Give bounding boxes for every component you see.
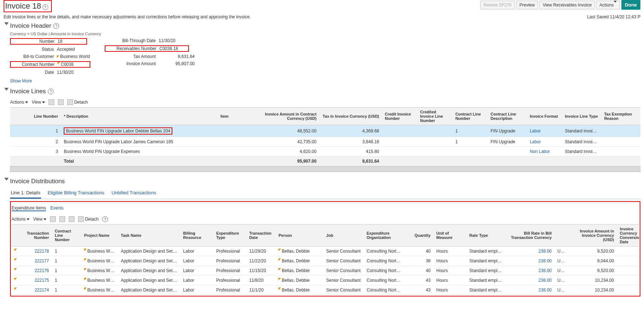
cell-rate[interactable]: 238.00 <box>507 276 555 285</box>
view-receivables-button[interactable]: View Receivables Invoice <box>539 1 595 9</box>
cell-rate[interactable]: 238.00 <box>507 285 555 295</box>
chevron-down-icon <box>27 218 30 220</box>
done-button[interactable]: Done <box>621 0 640 10</box>
cell-type: Standard invoic… <box>562 125 601 137</box>
col-line-number[interactable]: Line Number <box>26 108 61 125</box>
cell-org: Consulting Nort… <box>364 266 408 276</box>
cell-rate[interactable]: 238.00 <box>507 266 555 276</box>
cell-credited-line <box>417 147 453 157</box>
tab-unbilled[interactable]: Unbilled Transactions <box>111 188 157 199</box>
detach-button[interactable]: Detach <box>67 99 88 105</box>
col-transaction-date[interactable]: Transaction Date <box>246 225 276 247</box>
view-menu[interactable]: View <box>33 217 46 222</box>
contract-value[interactable]: C0038 <box>61 62 90 67</box>
actions-button[interactable]: Actions <box>596 1 620 9</box>
cell-cln: 1 <box>52 266 81 276</box>
col-conv-date[interactable]: Invoice Currency Conversion Date <box>617 225 639 247</box>
view-menu[interactable]: View <box>32 100 45 105</box>
col-person[interactable]: Person <box>276 225 323 247</box>
wrap-icon[interactable] <box>58 99 64 105</box>
horizontal-scrollbar[interactable] <box>10 166 640 172</box>
col-inv-amt[interactable]: Invoice Amount in Invoice Currency (USD) <box>569 225 617 247</box>
freeze-icon[interactable] <box>59 216 65 222</box>
col-inv-amt[interactable]: Invoice Amount in Contract Currency (USD… <box>257 108 319 125</box>
actions-menu[interactable]: Actions <box>10 100 28 105</box>
cell-txn[interactable]: 222176 <box>23 266 52 276</box>
cell-format[interactable]: Non Labor <box>527 147 562 157</box>
collapse-icon[interactable] <box>4 22 9 25</box>
cell-format[interactable]: Labor <box>527 137 562 147</box>
format-icon[interactable] <box>49 99 54 105</box>
table-row[interactable]: 2221751Business World…Application Design… <box>12 276 639 285</box>
preview-button[interactable]: Preview <box>516 1 538 9</box>
col-job[interactable]: Job <box>323 225 364 247</box>
collapse-icon[interactable] <box>4 88 9 91</box>
actions-menu[interactable]: Actions <box>12 217 30 222</box>
help-icon[interactable]: ? <box>42 4 48 10</box>
show-more-link[interactable]: Show More <box>10 78 32 83</box>
table-row[interactable]: 2221781Business World…Application Design… <box>12 247 639 256</box>
cell-txn[interactable]: 222177 <box>23 256 52 266</box>
help-icon[interactable]: ? <box>48 89 54 94</box>
col-inv-line-type[interactable]: Invoice Line Type <box>562 108 601 125</box>
table-row[interactable]: 2221761Business World…Application Design… <box>12 266 639 276</box>
chevron-down-icon <box>614 1 617 8</box>
flag-icon <box>14 278 17 280</box>
col-billing-resource[interactable]: Billing Resource <box>180 225 213 247</box>
col-credit-inv[interactable]: Credit Invoice Number <box>382 108 417 125</box>
detach-button[interactable]: Detach <box>78 216 99 222</box>
col-expenditure-type[interactable]: Expenditure Type <box>213 225 246 247</box>
col-inv-format[interactable]: Invoice Format <box>527 108 562 125</box>
cell-txn[interactable]: 222174 <box>23 285 52 295</box>
cell-line-num: 3 <box>26 147 61 157</box>
tab-line-details[interactable]: Line 1: Details <box>10 188 41 199</box>
col-exp-org[interactable]: Expenditure Organization <box>364 225 408 247</box>
cell-rate[interactable]: 238.00 <box>507 256 555 266</box>
format-icon[interactable] <box>50 216 56 222</box>
col-bill-rate[interactable]: Bill Rate in Bill Transaction Currency <box>507 225 555 247</box>
col-tax-exempt[interactable]: Tax Exemption Reason <box>601 108 640 125</box>
help-icon[interactable]: ? <box>102 216 108 222</box>
col-task[interactable]: Task Name <box>118 225 180 247</box>
total-tax: 8,631.64 <box>319 157 382 166</box>
cell-uom: Hours <box>434 285 467 295</box>
tab-eligible-billing[interactable]: Eligible Billing Transactions <box>47 188 105 199</box>
cell-et: Professional <box>213 266 246 276</box>
col-uom[interactable]: Unit of Measure <box>434 225 467 247</box>
col-contract-line[interactable]: Contract Line Number <box>453 108 488 125</box>
subtab-expenditure-items[interactable]: Expenditure items <box>12 205 46 211</box>
help-icon[interactable]: ? <box>53 23 59 29</box>
col-tax[interactable]: Tax in Invoice Currency (USD) <box>319 108 382 125</box>
table-row[interactable]: 2221771Business World…Application Design… <box>12 256 639 266</box>
cell-format[interactable]: Labor <box>527 125 562 137</box>
col-credited-line[interactable]: Credited Invoice Line Number <box>417 108 453 125</box>
col-contract-line-num[interactable]: Contract Line Number <box>52 225 81 247</box>
cell-txn[interactable]: 222178 <box>23 247 52 256</box>
bill-to-value[interactable]: Business World <box>60 54 90 59</box>
table-row[interactable]: 1Business World FIN Upgrade Labor Debbie… <box>10 125 640 137</box>
review-sf270-button[interactable]: Review SF270 <box>480 1 515 9</box>
subtab-events[interactable]: Events <box>50 205 64 211</box>
cell-txn[interactable]: 222175 <box>23 276 52 285</box>
col-item[interactable]: Item <box>218 108 257 125</box>
col-rate-type[interactable]: Rate Type <box>467 225 507 247</box>
distributions-title: Invoice Distributions <box>10 178 65 185</box>
table-row[interactable]: 2Business World FIN Upgrade Labor James … <box>10 137 640 147</box>
wrap-icon[interactable] <box>69 216 74 222</box>
collapse-icon[interactable] <box>4 178 9 181</box>
cell-rate[interactable]: 238.00 <box>507 247 555 256</box>
table-row[interactable]: 3Business World FIN Upgrade Expenses4,62… <box>10 147 640 157</box>
cell-task: Application Design and Setup <box>118 266 180 276</box>
cell-cur: USD <box>554 276 569 285</box>
col-contract-desc[interactable]: Contract Line Description <box>488 108 527 125</box>
col-quantity[interactable]: Quantity <box>408 225 433 247</box>
cell-task: Application Design and Setup <box>118 285 180 295</box>
col-transaction-number[interactable]: Transaction Number <box>23 225 52 247</box>
cell-task: Application Design and Setup <box>118 256 180 266</box>
col-project[interactable]: Project Name <box>81 225 118 247</box>
col-description[interactable]: * Description <box>61 108 217 125</box>
table-row[interactable]: 2221741Business World…Application Design… <box>12 285 639 295</box>
recv-num-value: C0038.18 <box>159 46 188 51</box>
detach-icon <box>67 99 73 105</box>
inv-amt-value: 95,907.00 <box>159 61 195 66</box>
